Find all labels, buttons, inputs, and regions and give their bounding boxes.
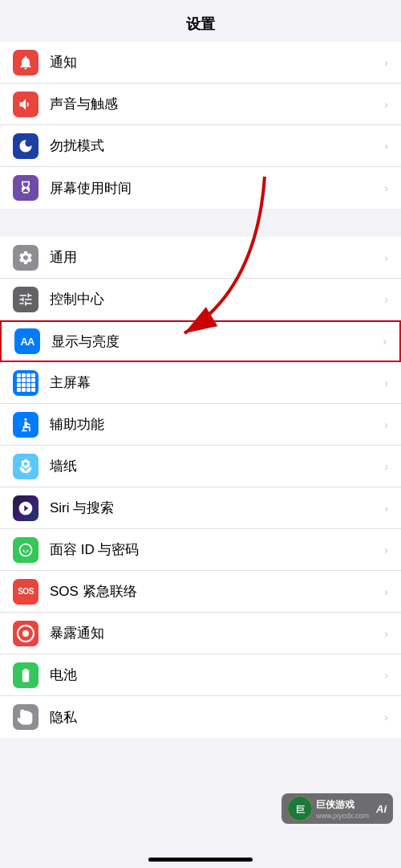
watermark: 巨 巨侠游戏 www.jxycdx.com Ai (282, 793, 393, 824)
settings-row-screentime[interactable]: 屏幕使用时间 › (0, 167, 401, 209)
screentime-chevron: › (384, 181, 388, 194)
sos-chevron: › (384, 585, 388, 598)
wallpaper-label: 墙纸 (50, 457, 378, 475)
settings-row-notifications[interactable]: 通知 › (0, 42, 401, 84)
controlcenter-icon (13, 287, 38, 312)
settings-row-privacy[interactable]: 隐私 › (0, 696, 401, 738)
siri-label: Siri 与搜索 (50, 499, 378, 517)
svg-text:巨: 巨 (295, 805, 304, 814)
settings-row-donotdisturb[interactable]: 勿扰模式 › (0, 125, 401, 167)
settings-row-exposure[interactable]: 暴露通知 › (0, 613, 401, 654)
faceid-chevron: › (384, 544, 388, 556)
accessibility-icon (13, 412, 38, 438)
exposure-icon (13, 621, 38, 646)
settings-page: 设置 通知 › 声音与触感 › (0, 0, 401, 738)
general-chevron: › (384, 251, 388, 264)
battery-svg (18, 667, 34, 683)
wallpaper-icon (13, 454, 38, 479)
display-label: 显示与亮度 (51, 332, 376, 351)
settings-row-homescreen[interactable]: 主屏幕 › (0, 362, 401, 404)
watermark-ai: Ai (376, 803, 387, 815)
battery-icon (13, 662, 38, 688)
accessibility-svg (18, 417, 34, 433)
donotdisturb-label: 勿扰模式 (50, 137, 378, 155)
siri-chevron: › (384, 502, 388, 515)
settings-row-controlcenter[interactable]: 控制中心 › (0, 279, 401, 320)
faceid-svg (18, 542, 34, 558)
accessibility-label: 辅助功能 (50, 415, 378, 434)
watermark-logo-img: 巨 (288, 797, 312, 821)
display-icon: AA (14, 328, 40, 354)
settings-group-1: 通知 › 声音与触感 › 勿扰模式 › (0, 42, 401, 209)
watermark-site: www.jxycdx.com (316, 812, 369, 820)
sounds-icon (13, 92, 38, 117)
settings-row-siri[interactable]: Siri 与搜索 › (0, 487, 401, 529)
hourglass-svg (18, 180, 34, 196)
exposure-chevron: › (384, 627, 388, 640)
switches-svg (18, 291, 34, 308)
watermark-text-block: 巨侠游戏 www.jxycdx.com (316, 798, 369, 820)
settings-row-wallpaper[interactable]: 墙纸 › (0, 446, 401, 487)
notifications-chevron: › (384, 56, 388, 69)
controlcenter-chevron: › (384, 293, 388, 306)
bell-svg (18, 55, 34, 71)
notifications-icon (13, 50, 38, 75)
sos-text: SOS (18, 587, 34, 596)
homescreen-icon (13, 370, 38, 396)
speaker-svg (18, 96, 34, 112)
group-spacer (0, 209, 401, 237)
screentime-icon (13, 175, 38, 201)
general-label: 通用 (50, 248, 378, 267)
controlcenter-label: 控制中心 (50, 290, 378, 308)
display-chevron: › (383, 335, 387, 348)
battery-chevron: › (384, 669, 388, 682)
general-icon (13, 245, 38, 271)
home-indicator (148, 858, 253, 862)
flower-svg (18, 458, 34, 475)
settings-row-battery[interactable]: 电池 › (0, 654, 401, 696)
grid-icon-inner (17, 373, 35, 392)
homescreen-chevron: › (384, 377, 388, 389)
gear-svg (18, 250, 34, 266)
donotdisturb-icon (13, 133, 38, 159)
faceid-label: 面容 ID 与密码 (50, 540, 378, 559)
homescreen-label: 主屏幕 (50, 373, 378, 392)
settings-row-general[interactable]: 通用 › (0, 237, 401, 279)
battery-label: 电池 (50, 666, 378, 684)
siri-svg (18, 500, 34, 516)
wallpaper-chevron: › (384, 460, 388, 473)
exposure-label: 暴露通知 (50, 624, 378, 642)
faceid-icon (13, 537, 38, 563)
exposure-ring (17, 625, 34, 642)
settings-row-faceid[interactable]: 面容 ID 与密码 › (0, 529, 401, 571)
settings-row-sounds[interactable]: 声音与触感 › (0, 84, 401, 125)
sounds-chevron: › (384, 98, 388, 111)
notifications-label: 通知 (50, 53, 378, 71)
accessibility-chevron: › (384, 418, 388, 431)
siri-icon (13, 495, 38, 521)
donotdisturb-chevron: › (384, 140, 388, 153)
sounds-label: 声音与触感 (50, 95, 378, 113)
privacy-label: 隐私 (50, 708, 378, 727)
privacy-icon (13, 704, 38, 730)
screentime-label: 屏幕使用时间 (50, 179, 378, 198)
sos-icon: SOS (13, 579, 38, 605)
moon-svg (18, 138, 34, 154)
exposure-inner (22, 630, 29, 637)
settings-row-accessibility[interactable]: 辅助功能 › (0, 404, 401, 446)
watermark-logo: 巨 (288, 797, 312, 821)
settings-row-display[interactable]: AA 显示与亮度 › (0, 320, 401, 362)
svg-point-0 (24, 418, 26, 420)
hand-svg (18, 709, 34, 725)
settings-row-sos[interactable]: SOS SOS 紧急联络 › (0, 571, 401, 613)
watermark-name: 巨侠游戏 (316, 798, 369, 812)
page-title: 设置 (0, 0, 401, 42)
sos-label: SOS 紧急联络 (50, 582, 378, 601)
settings-group-2: 通用 › 控制中心 › AA 显示与亮度 › (0, 237, 401, 738)
privacy-chevron: › (384, 711, 388, 723)
